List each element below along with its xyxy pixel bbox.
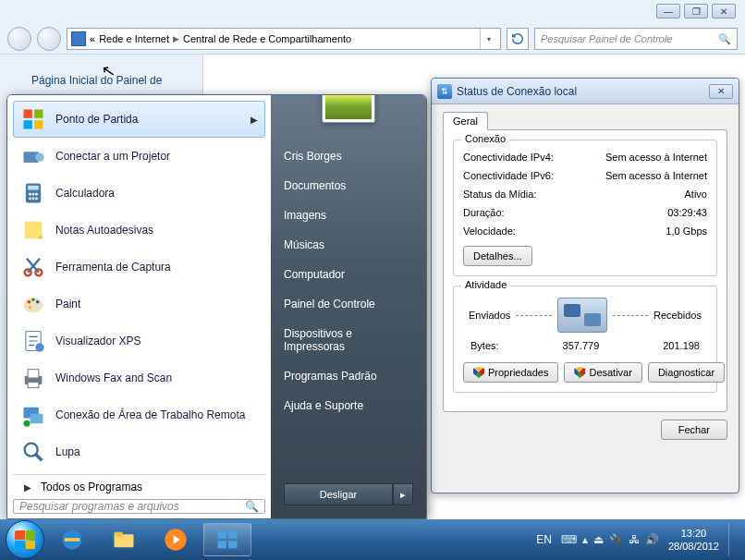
start-right-item[interactable]: Músicas	[271, 230, 426, 260]
volume-icon[interactable]: 🔊	[645, 533, 659, 546]
svg-rect-26	[28, 383, 39, 388]
start-menu-item[interactable]: Notas Autoadesivas	[13, 212, 265, 249]
group-activity-label: Atividade	[461, 279, 510, 290]
svg-rect-3	[34, 120, 43, 128]
start-right-item[interactable]: Ajuda e Suporte	[271, 391, 426, 420]
start-menu-item[interactable]: Paint	[13, 286, 265, 323]
start-right-item[interactable]: Cris Borges	[271, 141, 426, 171]
start-right-item[interactable]: Dispositivos e Impressoras	[271, 319, 426, 361]
mag-icon	[20, 439, 46, 465]
start-menu-item[interactable]: Ferramenta de Captura	[13, 249, 265, 286]
nav-forward-button[interactable]	[37, 27, 61, 51]
close-status-button[interactable]: Fechar	[661, 420, 727, 440]
start-right-item[interactable]: Painel de Controle	[271, 289, 426, 319]
start-menu-item-label: Visualizador XPS	[55, 335, 141, 347]
shutdown-options-button[interactable]: ▸	[393, 483, 413, 505]
start-menu-item[interactable]: Windows Fax and Scan	[13, 359, 265, 396]
status-close-button[interactable]: ✕	[709, 84, 733, 99]
language-indicator[interactable]: EN	[536, 533, 552, 546]
received-label: Recebidos	[653, 310, 702, 321]
shutdown-button[interactable]: Desligar	[284, 483, 393, 505]
start-right-item[interactable]: Imagens	[271, 201, 426, 230]
svg-point-20	[36, 300, 40, 304]
close-button[interactable]: ✕	[712, 4, 736, 18]
status-value: 03:29:43	[667, 203, 707, 222]
sidebar-title: Página Inicial do Painel de	[31, 74, 162, 87]
breadcrumb-root[interactable]: «	[90, 33, 95, 44]
tab-general[interactable]: Geral	[443, 112, 488, 130]
tray-chevron-icon[interactable]: ▴	[582, 533, 588, 546]
computers-icon	[557, 298, 607, 333]
start-icon	[20, 106, 46, 132]
svg-rect-25	[28, 370, 39, 378]
minimize-button[interactable]: —	[656, 4, 680, 18]
keyboard-icon[interactable]: ⌨	[561, 533, 577, 546]
properties-button[interactable]: Propriedades	[463, 362, 558, 383]
start-menu-item-label: Calculadora	[55, 187, 115, 200]
notes-icon	[20, 217, 46, 243]
taskbar-explorer-button[interactable]	[100, 523, 148, 556]
svg-rect-33	[115, 532, 123, 537]
address-row: « Rede e Internet ▶ Central de Rede e Co…	[7, 26, 738, 52]
paint-icon	[20, 291, 46, 317]
show-desktop-button[interactable]	[728, 523, 736, 556]
svg-rect-28	[31, 414, 43, 424]
group-connection-label: Conexão	[461, 133, 509, 144]
bytes-recv-value: 201.198	[663, 340, 700, 351]
svg-rect-1	[34, 110, 43, 118]
start-menu-item-label: Ferramenta de Captura	[55, 261, 171, 274]
svg-rect-2	[24, 120, 32, 128]
sent-label: Enviados	[469, 310, 510, 321]
safely-remove-icon[interactable]: ⏏	[593, 533, 604, 546]
control-panel-icon	[71, 31, 86, 46]
all-programs-button[interactable]: ▶ Todos os Programas	[13, 474, 265, 493]
svg-point-9	[32, 193, 35, 196]
diagnose-button[interactable]: Diagnosticar	[648, 362, 725, 383]
start-menu-item[interactable]: Visualizador XPS	[13, 323, 265, 359]
search-input[interactable]: Pesquisar Painel de Controle 🔍	[534, 28, 738, 50]
svg-rect-0	[24, 110, 32, 118]
svg-point-8	[29, 193, 31, 196]
start-menu-item-label: Paint	[55, 298, 80, 310]
start-menu-item[interactable]: Conexão de Área de Trabalho Remota	[13, 396, 265, 433]
breadcrumb-a[interactable]: Rede e Internet	[99, 33, 169, 44]
status-window: ⇅ Status de Conexão local ✕ Geral Conexã…	[431, 78, 739, 493]
start-menu-item-label: Conectar a um Projetor	[55, 150, 170, 163]
start-right-item[interactable]: Programas Padrão	[271, 361, 426, 391]
taskbar-clock[interactable]: 13:20 28/08/2012	[668, 527, 719, 553]
address-dropdown[interactable]: ▾	[480, 29, 496, 49]
disable-button[interactable]: Desativar	[564, 362, 641, 383]
svg-rect-36	[228, 531, 237, 539]
svg-point-19	[31, 298, 35, 302]
start-right-item[interactable]: Documentos	[271, 171, 426, 201]
start-button[interactable]	[6, 520, 44, 559]
status-titlebar[interactable]: ⇅ Status de Conexão local ✕	[432, 79, 739, 104]
start-menu-item[interactable]: Ponto de Partida▶	[13, 101, 265, 138]
start-menu-item[interactable]: Lupa	[13, 433, 265, 470]
details-button[interactable]: Detalhes...	[463, 246, 532, 266]
status-key: Conectividade IPv4:	[463, 148, 554, 166]
start-menu-item[interactable]: Conectar a um Projetor	[13, 138, 265, 175]
taskbar-media-button[interactable]	[152, 523, 200, 556]
network-tray-icon[interactable]: 🖧	[629, 533, 640, 546]
taskbar-ie-button[interactable]	[48, 523, 96, 556]
chevron-right-icon: ▶	[173, 34, 179, 43]
user-picture[interactable]	[322, 94, 375, 123]
refresh-button[interactable]	[507, 28, 529, 50]
nav-back-button[interactable]	[7, 27, 31, 51]
start-menu: Ponto de Partida▶Conectar a um ProjetorC…	[6, 94, 427, 519]
start-right-item[interactable]: Computador	[271, 260, 426, 289]
start-search-input[interactable]: Pesquisar programas e arquivos 🔍	[13, 499, 265, 514]
status-value: Ativo	[685, 185, 707, 203]
address-bar[interactable]: « Rede e Internet ▶ Central de Rede e Co…	[67, 28, 501, 50]
power-icon[interactable]: 🔌	[609, 533, 623, 546]
start-menu-right: Cris BorgesDocumentosImagensMúsicasCompu…	[271, 95, 426, 518]
taskbar-control-panel-button[interactable]	[203, 523, 251, 556]
start-menu-item[interactable]: Calculadora	[13, 175, 265, 212]
chevron-right-icon: ▶	[24, 482, 31, 493]
breadcrumb-b[interactable]: Central de Rede e Compartilhamento	[183, 33, 351, 44]
status-value: 1,0 Gbps	[666, 222, 707, 240]
svg-rect-35	[218, 531, 226, 539]
maximize-button[interactable]: ❐	[684, 4, 708, 18]
status-value: Sem acesso à Internet	[605, 166, 707, 185]
